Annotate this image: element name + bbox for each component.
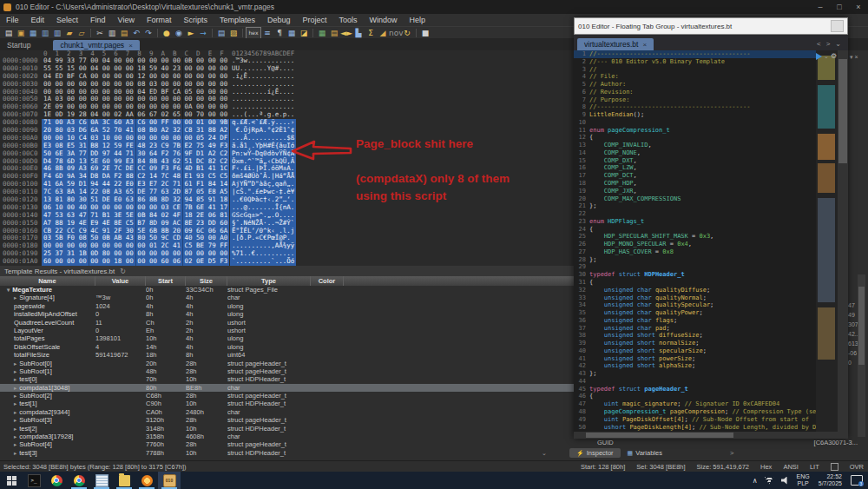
code-line[interactable]: 5// Author: [574,81,848,89]
code-line[interactable]: 38 unsigned short diffuseSize; [574,332,848,340]
code-line[interactable]: 33 unsigned char qualityNormal; [574,294,848,302]
expander-icon[interactable]: ▸ [14,450,16,456]
column-header-type[interactable]: Type [227,276,311,286]
taskbar-notepad[interactable] [90,472,113,489]
code-line[interactable]: 48 pageCompression_t pageCompression; //… [574,408,848,416]
code-line[interactable]: 1//-------------------------------------… [574,50,848,58]
expander-icon[interactable]: ▸ [14,368,16,374]
paste-icon[interactable]: ▤ [118,28,130,38]
code-line[interactable]: 40 unsigned short specularSize; [574,347,848,355]
hex-mode-icon[interactable]: hex [246,27,261,39]
taskbar-chrome[interactable] [45,472,68,489]
menu-scripts[interactable]: Scripts [177,16,214,24]
code-hscrollbar[interactable] [574,432,848,439]
taskbar-clock[interactable]: 22:525/7/2025 [819,473,842,487]
close-button[interactable]: × [849,3,868,11]
expander-icon[interactable]: ▸ [14,409,16,415]
chevron-down-icon[interactable]: ⌄ [824,53,829,60]
status-field[interactable]: LIT [810,463,819,471]
maximize-button[interactable]: □ [830,3,849,11]
highlight-icon[interactable]: ◪ [298,28,310,38]
jump-icon[interactable]: → [197,28,209,38]
calculator-icon[interactable]: ▦ [316,28,328,38]
taskbar-cmd[interactable]: >_ [23,472,45,489]
code-line[interactable]: 29 [574,263,848,271]
tray-expand-icon[interactable]: ∧ [753,477,758,485]
code-line[interactable]: 45typedef struct pageHeader_t [574,386,848,393]
tab-inspector[interactable]: ⚡Inspector [569,448,621,458]
undo-icon[interactable]: ↶ [130,28,142,38]
notification-center-icon[interactable] [851,475,863,486]
floating-window[interactable]: 010 Editor - Floating Tab Group - virtua… [574,17,848,439]
code-line[interactable]: 24{ [574,226,848,234]
nov-label-icon[interactable]: nov [389,28,401,38]
code-line[interactable]: 18 COMP_HDP, [574,180,848,188]
code-line[interactable]: 30typedef struct HDPHeader_t [574,271,848,279]
status-field[interactable]: Hex [760,463,772,471]
code-line[interactable]: 16 COMP_LZW, [574,164,848,172]
tab-chunk1-vmtr-pages[interactable]: chunk1_vmtr.pages× [53,40,139,50]
expander-icon[interactable]: ▸ [14,417,16,423]
code-line[interactable]: 47 uint magic_signature; // Signatuer ID… [574,400,848,408]
histogram-icon[interactable]: ▙ [352,28,365,38]
grid-view-icon[interactable]: ▦ [286,28,298,38]
code-line[interactable]: 21}; [574,202,848,210]
status-field[interactable]: Size: 591,419,672 [697,463,749,471]
code-line[interactable]: 49 uint PageDiskOffset[4]; // Sub-Node O… [574,416,848,424]
taskbar-start[interactable] [0,472,23,489]
annotate-icon[interactable]: ◢ [377,28,389,38]
cut-icon[interactable]: ✂ [94,28,106,38]
code-line[interactable]: 14 COMP_NONE, [574,149,848,157]
status-field[interactable]: Sel: 3048 [BE8h] [636,463,685,471]
language-indicator[interactable]: ENGPLP [797,473,810,487]
status-field[interactable]: OVR [850,463,864,471]
code-line[interactable]: 28}; [574,256,848,264]
expander-icon[interactable]: ▸ [14,376,16,382]
status-field[interactable]: ANSI [783,463,799,471]
code-line[interactable]: 25 HDP_SPECULAR_SHIFT_MASK = 0x3, [574,233,848,241]
expander-icon[interactable]: ▸ [14,385,16,391]
hex-ascii[interactable]: `.........`...Õó [230,258,296,266]
swap-icon[interactable]: ◄► [340,28,352,38]
code-line[interactable]: 41 unsigned short powerSize; [574,355,848,363]
find-in-files-icon[interactable]: ◉ [173,28,185,38]
code-line[interactable]: 35 unsigned char qualityPower; [574,309,848,317]
code-line[interactable]: 37 unsigned char pad; [574,325,848,333]
taskbar-chrome-2[interactable] [68,472,90,489]
code-line[interactable]: 31{ [574,279,848,287]
tab-variables[interactable]: ▦Variables [621,448,669,458]
find-icon[interactable]: ● [161,28,173,38]
menu-view[interactable]: View [112,16,141,24]
code-line[interactable]: 23enum HDPFlags_t [574,218,848,226]
tab-nav-icon[interactable]: ⌄ [835,40,841,48]
redo-icon[interactable]: ↷ [142,28,155,38]
code-line[interactable]: 20 COMP_MAX_COMPRESSIONS [574,195,848,203]
column-header-value[interactable]: Value [95,276,146,286]
expander-icon[interactable]: ▸ [14,360,16,367]
code-line[interactable]: 6// Revision: [574,89,848,96]
stop-icon[interactable]: ■ [419,28,431,38]
code-line[interactable]: 43}; [574,370,848,378]
taskbar-file-explorer[interactable] [113,472,135,489]
code-line[interactable]: 26 HDP_MONO_SPECULAR = 0x4, [574,241,848,248]
status-field[interactable]: Start: 128 [80h] [581,463,625,471]
code-line[interactable]: 22 [574,210,848,218]
menu-edit[interactable]: Edit [25,16,51,24]
floating-close-button[interactable] [831,20,844,32]
code-line[interactable]: 13 COMP_INVALID, [574,142,848,149]
taskbar-winamp[interactable] [135,472,158,489]
sync-icon[interactable]: ↻ [401,28,413,38]
tab-nav-icon[interactable]: < [817,40,821,48]
code-line[interactable]: 15 COMP_DXT, [574,157,848,165]
save-icon[interactable]: ▦ [27,28,39,38]
code-line[interactable]: 17 COMP_DCT, [574,172,848,180]
run-template-icon[interactable]: ▧ [227,28,240,38]
code-line[interactable]: 4// File: [574,73,848,81]
expander-icon[interactable]: ▸ [14,433,16,439]
save-as-icon[interactable]: ▥ [39,28,51,38]
expander-icon[interactable]: ▸ [14,393,16,399]
menu-find[interactable]: Find [84,16,112,24]
code-line[interactable]: 8//-------------------------------------… [574,103,848,111]
menu-help[interactable]: Help [404,16,432,24]
minimize-button[interactable]: – [811,3,830,11]
